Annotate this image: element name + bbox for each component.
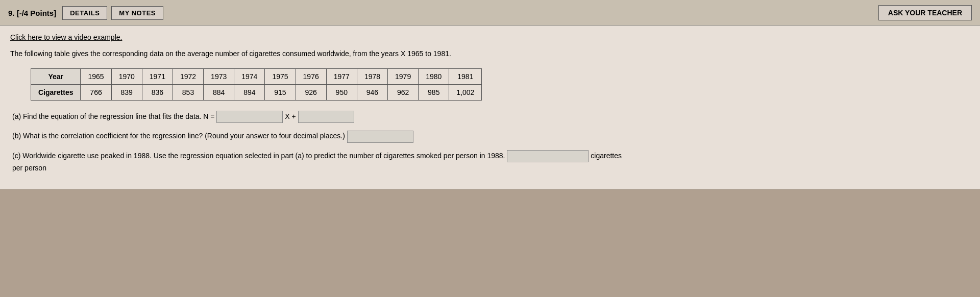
year-1965: 1965 [81,69,111,85]
year-1970: 1970 [111,69,142,85]
cig-1980: 985 [419,85,449,101]
question-c-text-newline: per person [12,164,46,172]
question-c: (c) Worldwide cigarette use peaked in 19… [12,150,970,174]
cig-1975: 915 [265,85,296,101]
top-bar-left: 9. [-/4 Points] DETAILS MY NOTES [8,6,163,20]
cig-1971: 836 [142,85,173,101]
ask-teacher-area: ASK YOUR TEACHER [878,5,972,20]
question-b: (b) What is the correlation coefficient … [12,130,970,142]
year-1976: 1976 [296,69,326,85]
video-link[interactable]: Click here to view a video example. [10,33,970,41]
year-1975: 1975 [265,69,296,85]
question-a: (a) Find the equation of the regression … [12,111,970,123]
cig-1974: 894 [234,85,265,101]
cigarettes-header: Cigarettes [31,85,81,101]
question-a-text-before: (a) Find the equation of the regression … [12,112,216,120]
cig-1965: 766 [81,85,111,101]
table-header-row: Year 1965 1970 1971 1972 1973 1974 1975 … [31,69,482,85]
data-table: Year 1965 1970 1971 1972 1973 1974 1975 … [31,68,482,101]
year-1978: 1978 [357,69,387,85]
main-content: Click here to view a video example. The … [0,26,980,189]
cig-1979: 962 [388,85,419,101]
cig-1977: 950 [326,85,357,101]
year-1971: 1971 [142,69,173,85]
cig-1981: 1,002 [449,85,482,101]
year-1977: 1977 [326,69,357,85]
question-c-text-after: cigarettes [591,152,622,160]
table-data-row: Cigarettes 766 839 836 853 884 894 915 9… [31,85,482,101]
ask-teacher-button[interactable]: ASK YOUR TEACHER [878,5,972,20]
my-notes-button[interactable]: MY NOTES [111,6,163,20]
year-header: Year [31,69,81,85]
year-1981: 1981 [449,69,482,85]
year-1974: 1974 [234,69,265,85]
questions-section: (a) Find the equation of the regression … [12,111,970,174]
cig-1976: 926 [296,85,326,101]
question-a-text-middle: X + [285,112,298,120]
year-1980: 1980 [419,69,449,85]
top-bar: 9. [-/4 Points] DETAILS MY NOTES ASK YOU… [0,0,980,26]
question-a-input1[interactable] [216,111,283,123]
question-b-input[interactable] [347,131,413,143]
year-1979: 1979 [388,69,419,85]
details-button[interactable]: DETAILS [62,6,107,20]
cig-1978: 946 [357,85,387,101]
question-number: 9. [-/4 Points] [8,9,56,17]
cig-1970: 839 [111,85,142,101]
description: The following table gives the correspond… [10,48,970,59]
cig-1973: 884 [204,85,234,101]
question-b-text: (b) What is the correlation coefficient … [12,132,347,140]
question-c-text-before: (c) Worldwide cigarette use peaked in 19… [12,152,507,160]
year-1972: 1972 [173,69,203,85]
question-c-input[interactable] [507,150,589,162]
question-a-input2[interactable] [298,111,354,123]
cig-1972: 853 [173,85,203,101]
year-1973: 1973 [204,69,234,85]
